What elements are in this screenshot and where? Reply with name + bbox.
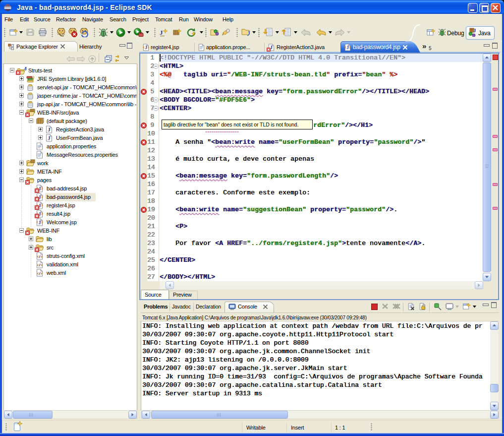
svg-text:J: J: [160, 29, 163, 36]
svg-text:J: J: [48, 135, 51, 141]
svg-text:J: J: [48, 126, 51, 132]
svg-text:J: J: [473, 28, 476, 33]
svg-text:J: J: [24, 66, 27, 71]
